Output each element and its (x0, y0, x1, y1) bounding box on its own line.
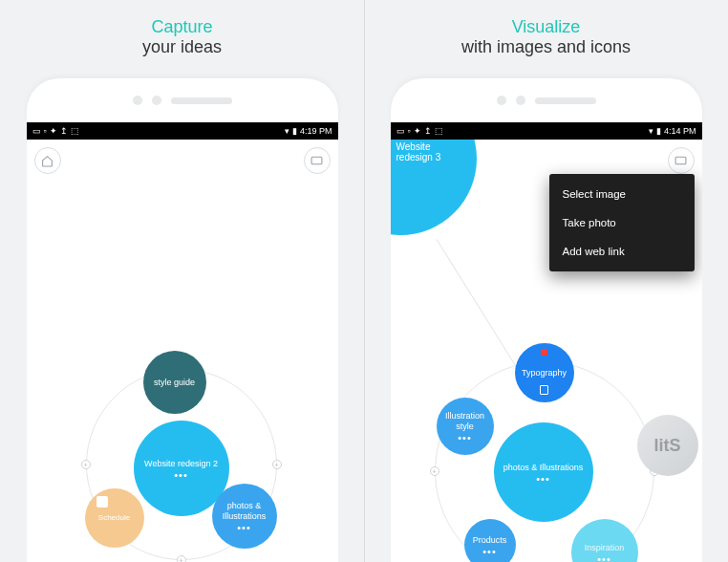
home-icon (41, 155, 54, 167)
headline-rest: your ideas (142, 37, 222, 56)
home-button[interactable] (34, 147, 61, 174)
app-screen: + + + + style guide Website redesign 2 •… (27, 140, 338, 562)
node-label: Website redesign 3 (396, 141, 467, 162)
battery-icon: ▮ (656, 126, 661, 136)
warning-icon (541, 349, 547, 356)
phone-bezel (27, 78, 338, 122)
right-headline: Visualize with images and icons (461, 17, 631, 57)
left-panel: Capture your ideas ▭ ▫ ✦ ↥ ⬚ ▾ ▮ 4:19 PM (0, 0, 364, 562)
notification-icon: ▫ (44, 126, 47, 136)
right-panel: Visualize with images and icons ▭ ▫ ✦ ↥ … (364, 0, 728, 562)
node-schedule[interactable]: Schedule (85, 488, 144, 548)
node-style-guide[interactable]: style guide (143, 351, 206, 414)
node-products[interactable]: Products ••• (464, 519, 516, 562)
menu-add-web-link[interactable]: Add web link (549, 237, 695, 266)
sensor-icon (497, 96, 506, 105)
card-icon (310, 156, 323, 165)
node-label: photos & Illustrations (503, 463, 584, 473)
node-center[interactable]: photos & Illustrations ••• (494, 422, 593, 522)
node-label: Illustration style (437, 411, 494, 432)
notification-icon: ▭ (396, 126, 405, 136)
sensor-icon (152, 96, 161, 105)
node-label: photos & Illustrations (212, 501, 277, 522)
trash-icon[interactable] (540, 385, 548, 395)
status-bar: ▭ ▫ ✦ ↥ ⬚ ▾ ▮ 4:14 PM (391, 122, 702, 140)
notification-icon: ▭ (32, 126, 41, 136)
ellipsis-icon: ••• (174, 473, 188, 479)
node-label: Products (473, 535, 507, 546)
ellipsis-icon: ••• (536, 477, 550, 483)
notification-icon: ⬚ (71, 126, 79, 136)
card-button[interactable] (668, 147, 695, 174)
notification-icon: ✦ (50, 126, 57, 136)
node-label: style guide (154, 378, 195, 388)
status-bar: ▭ ▫ ✦ ↥ ⬚ ▾ ▮ 4:19 PM (27, 122, 338, 140)
ellipsis-icon: ••• (458, 436, 472, 442)
node-typography[interactable]: Typography (515, 343, 574, 402)
card-button[interactable] (304, 147, 331, 174)
context-menu: Select image Take photo Add web link (549, 174, 695, 271)
wifi-icon: ▾ (285, 126, 289, 136)
add-node-handle[interactable]: + (81, 460, 91, 469)
wifi-icon: ▾ (649, 126, 653, 136)
notification-icon: ↥ (60, 126, 68, 136)
node-label: litS (653, 436, 680, 456)
add-node-handle[interactable]: + (272, 460, 282, 469)
notification-icon: ⬚ (435, 126, 443, 136)
node-external[interactable]: litS (637, 415, 698, 476)
phone-bezel (391, 78, 702, 122)
notification-icon: ▫ (408, 126, 411, 136)
battery-icon: ▮ (292, 126, 297, 136)
svg-rect-0 (311, 157, 322, 164)
menu-take-photo[interactable]: Take photo (549, 208, 695, 237)
app-screen: Website redesign 3 Select image Take pho… (391, 140, 702, 562)
clock-text: 4:19 PM (300, 126, 332, 136)
sensor-icon (516, 96, 525, 105)
node-photos[interactable]: photos & Illustrations ••• (212, 484, 277, 549)
phone-mockup-left: ▭ ▫ ✦ ↥ ⬚ ▾ ▮ 4:19 PM (27, 78, 338, 562)
headline-accent: Capture (151, 17, 212, 36)
speaker-grille (535, 97, 596, 104)
speaker-grille (171, 97, 232, 104)
headline-rest: with images and icons (461, 37, 631, 56)
left-headline: Capture your ideas (142, 17, 222, 57)
calendar-icon (96, 496, 108, 508)
add-node-handle[interactable]: + (430, 466, 439, 476)
node-label: Typography (522, 368, 567, 378)
card-icon (674, 156, 687, 165)
menu-select-image[interactable]: Select image (549, 180, 695, 208)
node-label: Schedule (98, 513, 130, 523)
phone-mockup-right: ▭ ▫ ✦ ↥ ⬚ ▾ ▮ 4:14 PM Website redesign 3 (391, 78, 702, 562)
node-illustration-style[interactable]: Illustration style ••• (437, 398, 494, 455)
svg-rect-1 (675, 157, 686, 164)
ellipsis-icon: ••• (237, 526, 251, 531)
ellipsis-icon: ••• (597, 557, 611, 562)
notification-icon: ✦ (414, 126, 421, 136)
node-label: Inspiration (585, 543, 625, 553)
sensor-icon (133, 96, 142, 105)
ellipsis-icon: ••• (482, 550, 497, 555)
node-label: Website redesign 2 (144, 459, 218, 469)
clock-text: 4:14 PM (664, 126, 696, 136)
headline-accent: Visualize (512, 17, 581, 36)
notification-icon: ↥ (424, 126, 432, 136)
